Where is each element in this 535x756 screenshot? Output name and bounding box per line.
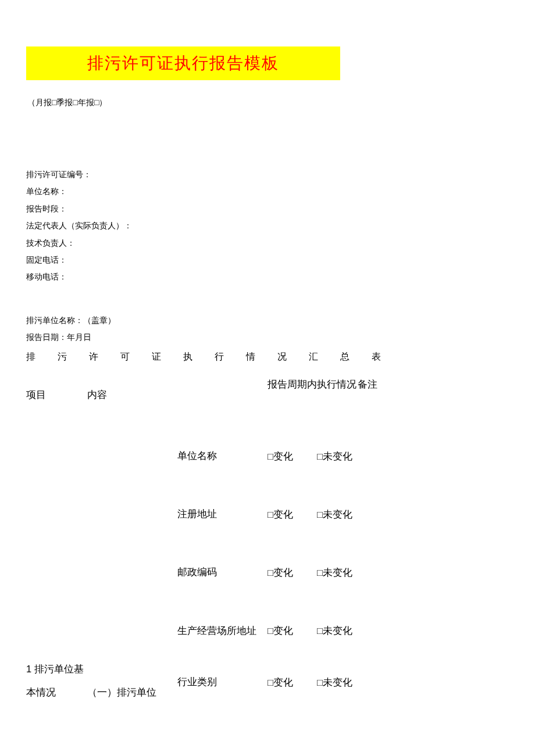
title-char: 可 — [120, 351, 130, 363]
item-cell: 邮政编码 — [177, 543, 268, 601]
status-changed: □变化 — [268, 619, 317, 643]
item-cell: 生产经营场所地址 — [177, 601, 268, 660]
status-unchanged: □未变化 — [317, 671, 381, 694]
status-unchanged: □未变化 — [317, 561, 381, 585]
title-char: 总 — [340, 351, 349, 363]
permit-no-label: 排污许可证编号： — [26, 166, 509, 183]
table-body: 1 排污单位基本情况 （一）排污单位 单位名称 注册地址 邮政编码 生产经营场所… — [26, 427, 384, 705]
item-cell: 注册地址 — [177, 485, 268, 543]
legal-rep-label: 法定代表人（实际负责人）： — [26, 217, 509, 234]
report-date-label: 报告日期：年月日 — [26, 329, 509, 346]
item-cell: 行业类别 — [177, 660, 268, 705]
status-cell: □变化 □未变化 — [268, 660, 384, 705]
status-changed: □变化 — [268, 503, 317, 526]
table-header-row: 项目 内容 报告周期内执行情况 备注 — [26, 374, 384, 417]
status-column: □变化 □未变化 □变化 □未变化 □变化 □未变化 □变化 □未变化 □变化 … — [268, 427, 384, 705]
title-char: 表 — [372, 351, 381, 363]
status-unchanged: □未变化 — [317, 619, 381, 643]
header-project: 项目 — [26, 374, 87, 417]
report-period-label: 报告时段： — [26, 200, 509, 217]
title-char: 证 — [152, 351, 161, 363]
item-cell: 单位名称 — [177, 427, 268, 485]
title-char: 情 — [246, 351, 255, 363]
title-char: 汇 — [309, 351, 318, 363]
title-char: 排 — [26, 351, 35, 363]
title-char: 行 — [215, 351, 224, 363]
status-cell: □变化 □未变化 — [268, 427, 384, 485]
report-type-subtitle: （月报□季报□年报□） — [26, 98, 509, 108]
summary-table: 项目 内容 报告周期内执行情况 备注 1 排污单位基本情况 （一）排污单位 单位… — [26, 374, 384, 705]
title-char: 许 — [89, 351, 98, 363]
status-cell: □变化 □未变化 — [268, 601, 384, 660]
status-cell: □变化 □未变化 — [268, 543, 384, 601]
status-unchanged: □未变化 — [317, 445, 381, 468]
status-cell: □变化 □未变化 — [268, 485, 384, 543]
section-cell: （一）排污单位 — [87, 427, 177, 705]
status-changed: □变化 — [268, 561, 317, 585]
unit-stamp-label: 排污单位名称：（盖章） — [26, 312, 509, 329]
project-text: 1 排污单位基本情况 — [26, 658, 87, 704]
stamp-block: 排污单位名称：（盖章） 报告日期：年月日 — [26, 312, 509, 346]
tech-lead-label: 技术负责人： — [26, 235, 509, 252]
status-unchanged: □未变化 — [317, 503, 381, 526]
title-char: 况 — [277, 351, 287, 363]
page-title: 排污许可证执行报告模板 — [87, 52, 279, 74]
header-remark: 备注 — [358, 374, 384, 417]
title-bar: 排污许可证执行报告模板 — [26, 46, 340, 80]
status-changed: □变化 — [268, 671, 317, 694]
mobile-phone-label: 移动电话： — [26, 268, 509, 285]
items-column: 单位名称 注册地址 邮政编码 生产经营场所地址 行业类别 — [177, 427, 268, 705]
fixed-phone-label: 固定电话： — [26, 252, 509, 268]
title-char: 污 — [58, 351, 67, 363]
section-text: （一）排污单位 — [87, 681, 156, 704]
header-content: 内容 — [87, 374, 268, 417]
status-changed: □变化 — [268, 445, 317, 468]
unit-name-label: 单位名称： — [26, 183, 509, 200]
info-block: 排污许可证编号： 单位名称： 报告时段： 法定代表人（实际负责人）： 技术负责人… — [26, 166, 509, 286]
title-char: 执 — [183, 351, 192, 363]
summary-table-title: 排 污 许 可 证 执 行 情 况 汇 总 表 — [26, 351, 381, 363]
header-period: 报告周期内执行情况 — [268, 374, 358, 417]
project-cell: 1 排污单位基本情况 — [26, 427, 87, 705]
